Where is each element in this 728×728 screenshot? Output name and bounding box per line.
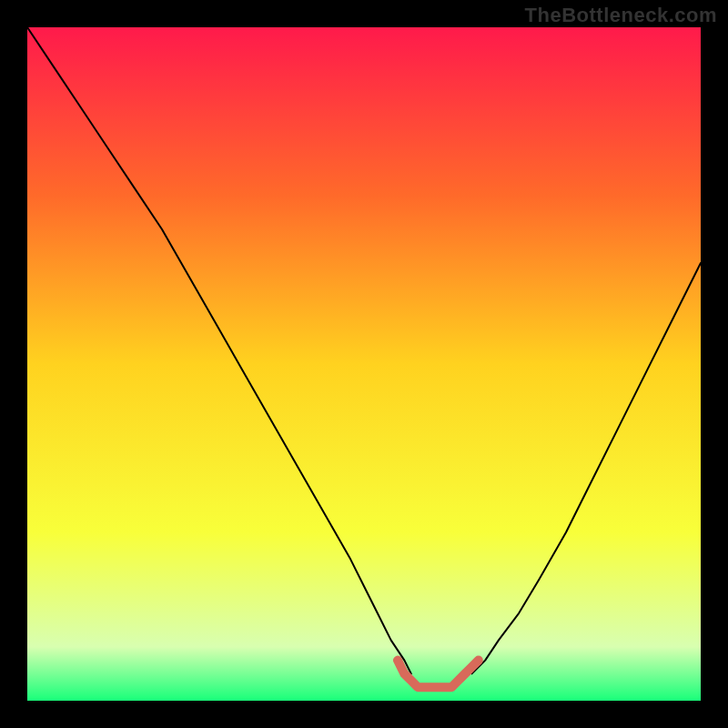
chart-background: [27, 27, 701, 701]
bottleneck-chart: [27, 27, 701, 701]
watermark-text: TheBottleneck.com: [525, 4, 717, 27]
chart-frame: TheBottleneck.com: [0, 0, 728, 728]
